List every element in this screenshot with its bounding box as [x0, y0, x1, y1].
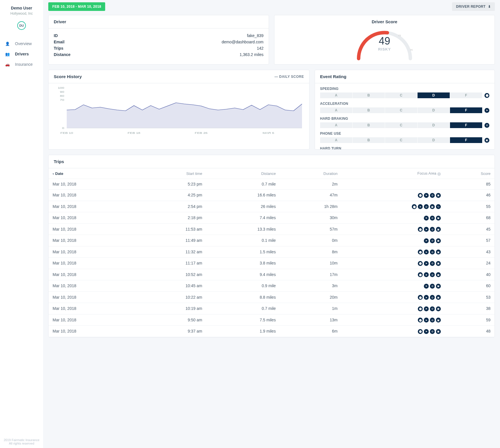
driver-score-value: 49 [274, 35, 495, 47]
trips-header-score[interactable]: Score [445, 168, 495, 179]
sort-desc-icon: ▾ [53, 172, 54, 175]
event-grade-cell[interactable]: A [320, 122, 353, 128]
nav-insurance[interactable]: 🚗 Insurance [0, 59, 43, 69]
trip-row[interactable]: Mar 10, 201811:53 am13.3 miles57m⬤➤⊘▣45 [49, 223, 495, 235]
trip-score: 55 [445, 201, 495, 212]
info-icon[interactable]: i [437, 172, 441, 176]
trip-row[interactable]: Mar 10, 201811:49 am0.1 mile0m➤⊘▣57 [49, 235, 495, 246]
event-grade-cell[interactable]: C [385, 122, 418, 128]
event-grade-cell[interactable]: A [320, 92, 353, 98]
trip-row[interactable]: Mar 10, 20182:18 pm7.4 miles30m➤⊘▣68 [49, 212, 495, 224]
trip-start: 10:52 am [137, 269, 206, 280]
trips-header-distance[interactable]: Distance [206, 168, 280, 179]
driver-score-label: RISKY [274, 47, 495, 51]
trips-header-date[interactable]: ▾Date [49, 168, 137, 179]
trip-row[interactable]: Mar 10, 20185:23 pm0.7 mile2m85 [49, 179, 495, 190]
event-rating-label: PHONE USE [320, 132, 489, 136]
trip-score: 46 [445, 190, 495, 201]
trip-row[interactable]: Mar 10, 201810:22 am8.8 miles20m⬤➤⊘▣53 [49, 291, 495, 303]
trip-date: Mar 10, 2018 [49, 269, 137, 280]
event-grade-cell[interactable]: B [353, 137, 385, 143]
event-grade-cell[interactable]: B [353, 122, 385, 128]
trip-row[interactable]: Mar 10, 201810:45 am0.9 mile3m➤⊘▣60 [49, 280, 495, 292]
event-grade-cell[interactable]: F [450, 92, 482, 98]
trip-start: 11:17 am [137, 258, 206, 269]
event-rating-row: ACCELERATIONABCDF➤ [320, 102, 489, 113]
daily-score-toggle[interactable]: — DAILY SCORE [274, 75, 304, 79]
speeding-icon: ⬤ [418, 306, 423, 311]
user-avatar[interactable]: DU [17, 21, 26, 30]
event-grade-cell[interactable]: A [320, 107, 353, 113]
trip-distance: 3.8 miles [206, 258, 280, 269]
trip-duration: 6m [280, 326, 342, 337]
score-history-chart: 0708090100FEB 10FEB 18FEB 26MAR 6 [51, 85, 306, 137]
event-rating-label: HARD BRAKING [320, 117, 489, 121]
svg-text:0: 0 [62, 127, 64, 130]
trip-row[interactable]: Mar 10, 20184:25 pm16.6 miles47m⬤➤⊘▣46 [49, 190, 495, 201]
event-grade-cell[interactable]: F [450, 107, 482, 113]
trip-row[interactable]: Mar 10, 20189:50 am7.5 miles13m⬤➤⊘▣59 [49, 314, 495, 326]
trip-row[interactable]: Mar 10, 20189:37 am1.9 miles6m⬤➤⊘▣48 [49, 326, 495, 337]
trip-row[interactable]: Mar 10, 20182:54 pm26 miles1h 28m⬤➤⊘▣↻55 [49, 201, 495, 212]
trip-distance: 13.3 miles [206, 223, 280, 235]
trip-distance: 26 miles [206, 201, 280, 212]
event-grade-cell[interactable]: D [418, 92, 450, 98]
trip-focus: ⬤➤⊘▣ [342, 269, 445, 280]
event-grade-cell[interactable]: C [385, 107, 418, 113]
acceleration-icon: ➤ [424, 284, 429, 289]
footer-line2: All rights reserved [4, 442, 39, 445]
event-grade-cell[interactable]: D [418, 107, 450, 113]
trip-row[interactable]: Mar 10, 201811:17 am3.8 miles10m⬤➤⊘▣24 [49, 258, 495, 269]
svg-text:FEB 26: FEB 26 [195, 132, 207, 134]
event-grade-cell[interactable]: B [353, 92, 385, 98]
trip-row[interactable]: Mar 10, 201810:19 am0.7 mile1m⬤➤⊘▣38 [49, 303, 495, 314]
event-grade-cell[interactable]: C [385, 92, 418, 98]
acceleration-icon: ➤ [424, 216, 429, 221]
trip-focus: ➤⊘▣ [342, 212, 445, 224]
event-grade-cell[interactable]: C [385, 137, 418, 143]
trip-duration: 10m [280, 258, 342, 269]
download-icon: ⬇ [488, 5, 491, 9]
trip-focus: ⬤➤⊘▣ [342, 314, 445, 326]
trip-score: 57 [445, 235, 495, 246]
driver-report-button[interactable]: DRIVER REPORT ⬇ [452, 2, 495, 11]
trips-header-duration[interactable]: Duration [280, 168, 342, 179]
svg-text:FEB 10: FEB 10 [60, 132, 73, 134]
trip-distance: 16.6 miles [206, 190, 280, 201]
trip-distance: 1.9 miles [206, 326, 280, 337]
score-gauge: 73 91 49 RISKY [274, 24, 495, 64]
acceleration-icon: ➤ [424, 193, 429, 198]
car-icon: 🚗 [5, 62, 10, 67]
trip-focus: ⬤➤⊘▣ [342, 246, 445, 258]
trips-table: ▾Date Start time Distance Duration Focus… [49, 168, 495, 337]
trips-header-start[interactable]: Start time [137, 168, 206, 179]
speeding-icon: ⬤ [418, 227, 423, 232]
trip-row[interactable]: Mar 10, 201810:52 am9.4 miles17m⬤➤⊘▣40 [49, 269, 495, 280]
event-grade-cell[interactable]: D [418, 137, 450, 143]
hard-braking-icon: ⊘ [430, 238, 435, 243]
event-grade-cell[interactable]: F [450, 137, 482, 143]
event-grade-bar: ABCDF [320, 122, 482, 128]
hard-braking-icon: ⊘ [430, 329, 435, 334]
hard-braking-icon: ⊘ [430, 295, 435, 300]
event-grade-cell[interactable]: D [418, 122, 450, 128]
event-grade-cell[interactable]: F [450, 122, 482, 128]
trip-duration: 57m [280, 223, 342, 235]
speeding-icon: ⬤ [412, 204, 417, 209]
date-range-picker[interactable]: FEB 10, 2018 - MAR 10, 2018 [48, 2, 105, 11]
event-grade-cell[interactable]: B [353, 107, 385, 113]
trip-row[interactable]: Mar 10, 201811:32 am1.5 miles8m⬤➤⊘▣43 [49, 246, 495, 258]
trips-header-focus[interactable]: Focus Areai [342, 168, 445, 179]
event-grade-cell[interactable]: A [320, 137, 353, 143]
trip-start: 10:22 am [137, 291, 206, 303]
trip-duration: 13m [280, 314, 342, 326]
svg-text:80: 80 [60, 94, 64, 97]
trip-score: 38 [445, 303, 495, 314]
trip-focus: ⬤➤⊘▣ [342, 291, 445, 303]
nav-drivers[interactable]: 👥 Drivers [0, 49, 43, 59]
trip-focus: ⬤➤⊘▣ [342, 223, 445, 235]
trip-duration: 1h 28m [280, 201, 342, 212]
nav-overview[interactable]: 👤 Overview [0, 38, 43, 49]
event-rating-row: HARD BRAKINGABCDF⊘ [320, 117, 489, 128]
trip-score: 68 [445, 212, 495, 224]
